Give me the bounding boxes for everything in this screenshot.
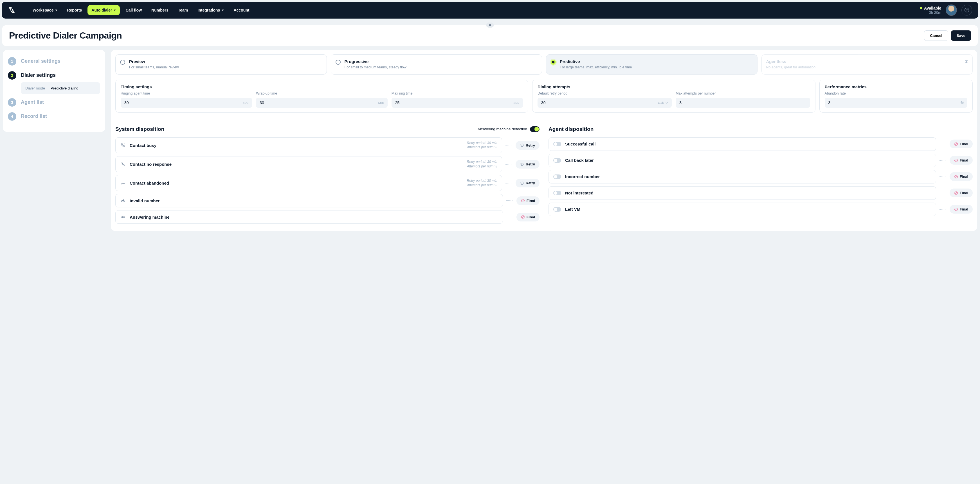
radio-icon (120, 60, 125, 65)
action-pill-final[interactable]: Final (950, 188, 973, 197)
sys-dispo-contact-no-response: Contact no response Retry period: 30 min… (115, 156, 539, 172)
nav-team[interactable]: Team (174, 5, 192, 15)
svg-point-1 (967, 11, 967, 11)
nav-auto-dialer[interactable]: Auto dialer (88, 5, 120, 15)
input-max-ring-time[interactable]: 25 sec (391, 98, 523, 108)
dispo-card[interactable]: Answering machine (115, 210, 503, 224)
field-wrap-up-time: Wrap-up time 30 sec (256, 91, 387, 108)
step-title: Dialer settings (21, 72, 100, 78)
action-pill-retry[interactable]: Retry (515, 160, 539, 169)
chevron-down-icon (222, 10, 224, 11)
nav-integrations[interactable]: Integrations (194, 5, 228, 15)
action-pill-retry[interactable]: Retry (515, 179, 539, 188)
nav-numbers[interactable]: Numbers (147, 5, 172, 15)
amd-label: Answering machine detection (477, 127, 527, 131)
input-wrap-up-time[interactable]: 30 sec (256, 98, 387, 108)
step-general-settings[interactable]: 1 General settings (8, 57, 100, 67)
action-pill-retry[interactable]: Retry (515, 141, 539, 150)
connector (940, 177, 946, 177)
step-title: General settings (21, 58, 100, 64)
cancel-button[interactable]: Cancel (924, 30, 948, 41)
mode-selector: PreviewFor small teams, manual reviewPro… (115, 54, 973, 75)
availability-status[interactable]: Available 3h 20m (920, 6, 941, 14)
svg-point-2 (124, 143, 125, 144)
mode-preview[interactable]: PreviewFor small teams, manual review (115, 54, 327, 75)
dispo-card[interactable]: Call back later (549, 154, 936, 167)
status-area: Available 3h 20m (920, 5, 972, 16)
status-label: Available (924, 6, 941, 10)
attempts-title: Dialing attempts (538, 84, 810, 89)
action-pill-final[interactable]: Final (517, 196, 539, 205)
dispo-card[interactable]: Contact no response Retry period: 30 min… (115, 156, 502, 172)
agent-dispo-incorrect-number: Incorrect number Final (549, 170, 973, 183)
input-abandon-rate[interactable]: 3 % (825, 98, 967, 108)
step-title: Record list (21, 113, 100, 119)
connector (940, 193, 946, 193)
steps-sidebar: 1 General settings 2 Dialer settings Dia… (3, 50, 105, 132)
save-button[interactable]: Save (951, 30, 971, 41)
field-default-retry-period: Default retry period 30 min (538, 91, 672, 108)
dispo-card[interactable]: Contact abandoned Retry period: 30 minAt… (115, 175, 502, 191)
mode-agentless: AgentlessNo agents, great for automation… (762, 54, 973, 75)
close-panel-button[interactable]: ✕ (486, 22, 494, 27)
step-number: 4 (8, 112, 16, 121)
dispo-card[interactable]: Invalid number (115, 194, 503, 207)
connector (506, 183, 512, 183)
action-pill-final[interactable]: Final (950, 205, 973, 213)
dispo-card[interactable]: Left VM (549, 202, 936, 216)
hourglass-icon: ⧗ (965, 59, 968, 64)
agent-dispo-title: Agent disposition (549, 126, 593, 132)
connector (506, 164, 512, 165)
dispo-toggle[interactable] (553, 175, 561, 179)
dispo-card[interactable]: Incorrect number (549, 170, 936, 183)
mode-progressive[interactable]: ProgressiveFor small to medium teams, st… (331, 54, 542, 75)
connector (506, 201, 513, 201)
mode-predictive[interactable]: PredictiveFor large teams, max. efficien… (546, 54, 757, 75)
help-button[interactable] (961, 5, 972, 16)
step-agent-list[interactable]: 3 Agent list (8, 98, 100, 108)
dispo-card[interactable]: Successful call (549, 137, 936, 151)
phone-slash-icon (120, 161, 126, 167)
dispo-toggle[interactable] (553, 142, 561, 146)
action-pill-final[interactable]: Final (517, 213, 539, 221)
dispo-toggle[interactable] (553, 207, 561, 212)
svg-point-4 (121, 216, 123, 218)
connector (940, 144, 946, 144)
nav-call-flow[interactable]: Call flow (121, 5, 146, 15)
nav-reports[interactable]: Reports (63, 5, 86, 15)
agent-dispo-call-back-later: Call back later Final (549, 154, 973, 167)
nav-workspace[interactable]: Workspace (29, 5, 61, 15)
dispo-card[interactable]: Contact busy Retry period: 30 minAttempt… (115, 137, 502, 153)
timing-panel: Timing settings Ringing agent time 30 se… (115, 80, 528, 113)
dispo-card[interactable]: Not interested (549, 186, 936, 200)
dispo-toggle[interactable] (553, 158, 561, 162)
voicemail-icon (120, 214, 126, 220)
field-ringing-agent-time: Ringing agent time 30 sec (121, 91, 252, 108)
input-max-attempts-per-number[interactable]: 3 (676, 98, 810, 108)
phone-busy-icon (120, 142, 126, 148)
attempts-panel: Dialing attempts Default retry period 30… (532, 80, 815, 113)
nav-account[interactable]: Account (229, 5, 253, 15)
action-pill-final[interactable]: Final (950, 140, 973, 148)
radio-icon (551, 60, 556, 65)
connector (506, 145, 512, 145)
input-ringing-agent-time[interactable]: 30 sec (121, 98, 252, 108)
action-pill-final[interactable]: Final (950, 172, 973, 181)
field-abandon-rate: Abandon rate 3 % (825, 91, 967, 108)
metrics-title: Performance metrics (825, 84, 967, 89)
step-number: 2 (8, 71, 16, 80)
amd-toggle[interactable] (530, 126, 539, 132)
avatar[interactable] (946, 5, 957, 16)
input-default-retry-period[interactable]: 30 min (538, 98, 672, 108)
status-dot-icon (920, 7, 922, 9)
chevron-down-icon (55, 10, 57, 11)
action-pill-final[interactable]: Final (950, 156, 973, 165)
step-record-list[interactable]: 4 Record list (8, 112, 100, 121)
agent-dispo-left-vm: Left VM Final (549, 202, 973, 216)
main-panel: PreviewFor small teams, manual reviewPro… (111, 50, 977, 231)
logo (8, 6, 16, 14)
metrics-panel: Performance metrics Abandon rate 3 % (819, 80, 973, 113)
step-dialer-settings[interactable]: 2 Dialer settings Dialer modePredictive … (8, 71, 100, 94)
timing-title: Timing settings (121, 84, 523, 89)
dispo-toggle[interactable] (553, 191, 561, 195)
